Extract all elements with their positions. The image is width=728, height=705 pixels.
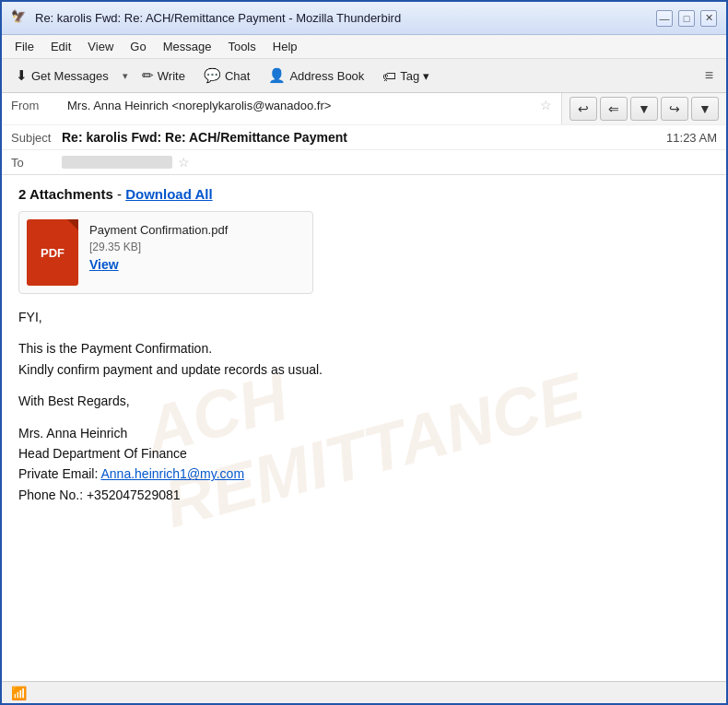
subject-value: Re: karolis Fwd: Re: ACH/Remittance Paym… <box>62 130 666 145</box>
attachment-count: 2 <box>18 186 26 202</box>
forward-button[interactable]: ↪ <box>661 97 688 121</box>
main-window: 🦅 Re: karolis Fwd: Re: ACH/Remittance Pa… <box>0 0 728 705</box>
attachment-info: Payment Confirmation.pdf [29.35 KB] View <box>89 219 228 272</box>
address-book-button[interactable]: 👤 Address Book <box>260 63 372 88</box>
attachment-item: PDF Payment Confirmation.pdf [29.35 KB] … <box>18 211 313 294</box>
signature-email-label: Private Email: <box>18 466 100 481</box>
statusbar: 📶 <box>2 681 726 703</box>
email-header: From Mrs. Anna Heinrich <noreplykarolis@… <box>2 93 726 175</box>
menu-go[interactable]: Go <box>123 37 153 56</box>
from-value: Mrs. Anna Heinrich <noreplykarolis@wanad… <box>67 99 534 112</box>
body-signature: Mrs. Anna Heinrich Head Department Of Fi… <box>18 423 710 506</box>
message-body[interactable]: ACHREMITTANCE 2 Attachments - Download A… <box>2 175 726 681</box>
subject-row: Subject Re: karolis Fwd: Re: ACH/Remitta… <box>2 125 726 150</box>
attachment-name: Payment Confirmation.pdf <box>89 223 228 237</box>
to-label: To <box>11 156 62 170</box>
tag-dropdown-arrow: ▾ <box>423 69 429 83</box>
body-line1: This is the Payment Confirmation. <box>18 341 212 356</box>
titlebar-left: 🦅 Re: karolis Fwd: Re: ACH/Remittance Pa… <box>11 9 401 28</box>
body-greeting: FYI, <box>18 307 710 327</box>
connection-icon: 📶 <box>11 686 27 700</box>
signature-phone: +352047529081 <box>87 488 181 502</box>
write-label: Write <box>158 69 185 83</box>
attachments-separator: - <box>113 186 125 202</box>
address-book-icon: 👤 <box>268 67 286 84</box>
signature-email-link[interactable]: Anna.heinrich1@my.com <box>100 466 244 481</box>
write-button[interactable]: ✏ Write <box>134 63 194 88</box>
attachments-section: 2 Attachments - Download All PDF Payment… <box>18 186 710 294</box>
hamburger-menu[interactable]: ≡ <box>698 64 721 88</box>
menubar: File Edit View Go Message Tools Help <box>2 35 726 59</box>
to-value-redacted <box>62 156 172 169</box>
chat-button[interactable]: 💬 Chat <box>195 63 258 88</box>
signature-title: Head Department Of Finance <box>18 446 187 461</box>
tag-label: Tag <box>400 69 419 83</box>
get-messages-icon: ⬇ <box>16 67 28 84</box>
from-star[interactable]: ☆ <box>540 98 552 112</box>
view-link[interactable]: View <box>89 257 228 272</box>
email-body-text: FYI, This is the Payment Confirmation. K… <box>18 307 710 505</box>
menu-view[interactable]: View <box>80 37 121 56</box>
chat-label: Chat <box>225 69 250 83</box>
close-button[interactable]: ✕ <box>700 10 717 27</box>
get-messages-label: Get Messages <box>31 69 109 83</box>
attachments-label: Attachments <box>29 186 113 202</box>
to-star[interactable]: ☆ <box>178 155 190 170</box>
email-time: 11:23 AM <box>666 131 717 145</box>
address-book-label: Address Book <box>289 69 364 83</box>
body-content: 2 Attachments - Download All PDF Payment… <box>2 175 726 527</box>
app-icon: 🦅 <box>11 9 29 28</box>
titlebar: 🦅 Re: karolis Fwd: Re: ACH/Remittance Pa… <box>2 2 726 35</box>
attachments-header: 2 Attachments - Download All <box>18 186 710 202</box>
toolbar: ⬇ Get Messages ▾ ✏ Write 💬 Chat 👤 Addres… <box>2 59 726 93</box>
body-line2: Kindly confirm payment and update record… <box>18 362 323 377</box>
menu-message[interactable]: Message <box>156 37 219 56</box>
menu-file[interactable]: File <box>7 37 41 56</box>
from-row: From Mrs. Anna Heinrich <noreplykarolis@… <box>2 93 561 117</box>
body-regards: With Best Regards, <box>18 391 710 411</box>
more-actions-button[interactable]: ▼ <box>691 97 719 121</box>
write-icon: ✏ <box>142 67 154 84</box>
reply-all-button[interactable]: ⇐ <box>600 97 628 121</box>
minimize-button[interactable]: — <box>656 10 673 27</box>
download-all-link[interactable]: Download All <box>125 186 212 202</box>
to-row: To ☆ <box>2 150 726 174</box>
signature-name: Mrs. Anna Heinrich <box>18 426 127 441</box>
pdf-icon: PDF <box>27 219 78 286</box>
scroll-down-button[interactable]: ▼ <box>630 97 658 121</box>
attachment-size: [29.35 KB] <box>89 241 228 253</box>
get-messages-button[interactable]: ⬇ Get Messages <box>7 63 117 88</box>
reply-button[interactable]: ↩ <box>569 97 597 121</box>
maximize-button[interactable]: □ <box>678 10 695 27</box>
signature-phone-label: Phone No.: <box>18 488 87 502</box>
body-paragraph1: This is the Payment Confirmation. Kindly… <box>18 338 710 380</box>
window-controls: — □ ✕ <box>656 10 717 27</box>
menu-edit[interactable]: Edit <box>43 37 78 56</box>
tag-button[interactable]: 🏷 Tag ▾ <box>374 64 438 88</box>
from-label: From <box>11 99 62 112</box>
menu-tools[interactable]: Tools <box>220 37 263 56</box>
menu-help[interactable]: Help <box>265 37 305 56</box>
pdf-label: PDF <box>41 246 65 260</box>
subject-label: Subject <box>11 131 62 145</box>
window-title: Re: karolis Fwd: Re: ACH/Remittance Paym… <box>35 11 401 25</box>
tag-icon: 🏷 <box>382 68 396 84</box>
chat-icon: 💬 <box>204 67 221 84</box>
reply-buttons: ↩ ⇐ ▼ ↪ ▼ <box>561 93 726 124</box>
get-messages-dropdown[interactable]: ▾ <box>119 65 132 87</box>
